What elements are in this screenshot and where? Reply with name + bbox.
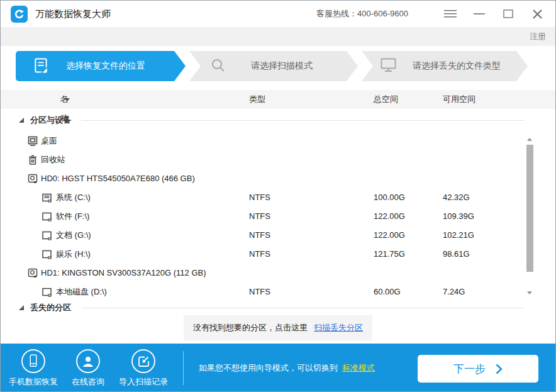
phone-icon [21,349,45,373]
register-link[interactable]: 注册 [530,31,546,42]
notice-box: 没有找到想要的分区，点击这里 扫描丢失分区 [184,315,372,340]
table-row[interactable]: 文档 (G:\) NTFS 122.00G 102.21G [1,226,555,245]
chevron-right-icon [496,364,503,374]
notice-text: 没有找到想要的分区，点击这里 [193,322,308,333]
notice-row: 没有找到想要的分区，点击这里 扫描丢失分区 [1,315,555,340]
partition-icon [42,283,52,300]
bottom-bar: 手机数据恢复 在线咨询 导入扫描记录 如果您不想 [1,344,555,392]
table-row[interactable]: 回收站 [1,150,555,169]
standard-mode-link[interactable]: 标准模式 [342,362,375,374]
maximize-button[interactable] [500,6,516,22]
step-label: 请选择扫描模式 [251,60,313,72]
partition-icon [42,207,52,226]
hotline-text: 客服热线：400-606-9600 [316,8,408,20]
online-support-button[interactable]: 在线咨询 [60,349,116,388]
register-strip: 注册 [1,27,555,46]
table-row[interactable]: 桌面 [1,132,555,150]
column-free[interactable]: 可用空间 [443,90,475,109]
column-name[interactable]: 名称 [60,90,70,109]
column-type[interactable]: 类型 [249,90,265,109]
table-row[interactable]: 系统 (C:\) NTFS 100.00G 42.32G [1,188,555,207]
expand-triangle-icon [18,117,25,123]
hard-disk-icon [27,169,38,188]
scroll-up-icon[interactable] [527,138,532,141]
section-label: 丢失的分区 [30,302,71,313]
scan-lost-partitions-link[interactable]: 扫描丢失分区 [314,322,363,333]
section-divider [81,308,525,308]
desktop-icon [27,132,38,150]
import-icon [131,349,155,373]
phone-recovery-button[interactable]: 手机数据恢复 [5,349,62,388]
import-scan-record-button[interactable]: 导入扫描记录 [115,349,172,388]
device-list: 桌面 回收站 [1,132,555,300]
menu-icon[interactable] [442,6,459,22]
step-scan-mode[interactable]: 请选择扫描模式 [189,51,358,81]
expand-triangle-icon [18,305,25,311]
table-row[interactable]: 娱乐 (H:\) NTFS 121.75G 98.61G [1,245,555,264]
person-icon [76,349,100,373]
app-window: 万能数据恢复大师 客服热线：400-606-9600 [0,0,556,392]
document-icon [35,58,47,75]
os-partition-icon [42,188,52,207]
tool-label: 手机数据恢复 [5,376,62,388]
next-label: 下一步 [453,362,486,376]
tool-label: 在线咨询 [60,376,116,388]
bottombar-divider [183,351,184,385]
next-step-button[interactable]: 下一步 [418,355,538,383]
table-row[interactable]: 软件 (F:\) NTFS 122.00G 109.39G [1,207,555,226]
recycle-bin-icon [27,150,38,169]
step-label: 请选择丢失的文件类型 [413,60,501,72]
scroll-down-icon[interactable] [527,291,532,294]
section-devices[interactable]: 分区与设备 [1,109,555,132]
table-row[interactable]: HD0: HGST HTS545050A7E680 (466 GB) [1,169,555,188]
table-row[interactable]: HD1: KINGSTON SV300S37A120G (112 GB) [1,264,555,283]
close-button[interactable] [529,6,545,22]
partition-icon [42,226,52,245]
app-logo-icon [11,6,28,23]
wizard-steps: 选择恢复文件的位置 请选择扫描模式 请选择丢失的文件类型 [16,51,540,81]
scrollbar[interactable] [526,134,533,299]
table-row[interactable]: 本地磁盘 (D:\) NTFS 60.00G 7.24G [1,283,555,300]
step-label: 选择恢复文件的位置 [66,60,145,72]
app-title: 万能数据恢复大师 [35,8,111,20]
scrollbar-thumb[interactable] [526,145,533,272]
partition-icon [42,245,52,264]
column-total[interactable]: 总空间 [374,90,398,109]
section-divider [81,120,525,121]
search-icon [211,58,226,75]
section-lost-partitions[interactable]: 丢失的分区 [1,300,555,315]
monitor-icon [381,58,396,74]
step-file-type[interactable]: 请选择丢失的文件类型 [362,51,528,81]
table-header: 名称 类型 总空间 可用空间 [1,90,555,109]
titlebar-right: 客服热线：400-606-9600 [316,6,545,22]
tool-label: 导入扫描记录 [115,376,172,388]
step-select-location[interactable]: 选择恢复文件的位置 [16,51,186,81]
title-bar: 万能数据恢复大师 客服热线：400-606-9600 [1,1,555,27]
mode-text: 如果您不想使用向导模式，可以切换到 [199,362,338,374]
hard-disk-icon [27,264,38,283]
minimize-button[interactable] [471,6,487,22]
mode-switch-text: 如果您不想使用向导模式，可以切换到 标准模式 [199,344,375,392]
